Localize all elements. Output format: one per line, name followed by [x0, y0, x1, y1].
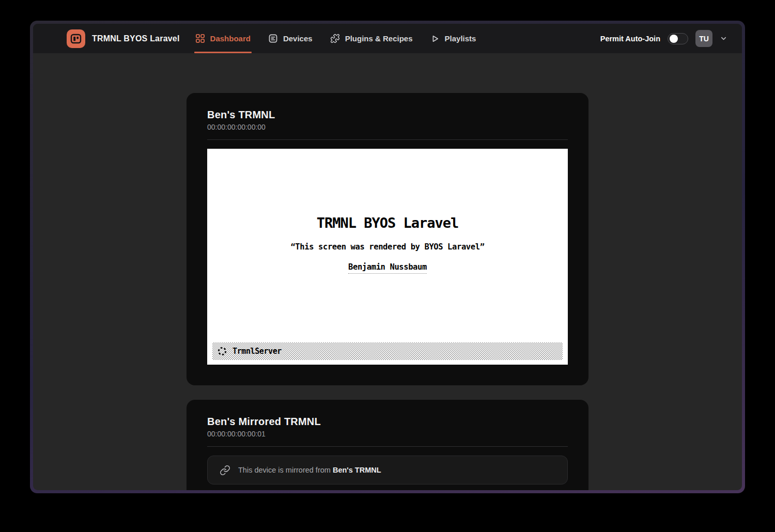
tab-devices-label: Devices — [283, 34, 313, 43]
tab-plugins-recipes[interactable]: Plugins & Recipes — [330, 24, 413, 53]
tab-plugins-recipes-label: Plugins & Recipes — [345, 34, 413, 43]
brand[interactable]: TRMNL BYOS Laravel — [67, 24, 180, 53]
card-divider — [207, 446, 568, 447]
card-divider — [207, 139, 568, 140]
screen-status-label: TrmnlServer — [233, 347, 282, 356]
device-name: Ben's TRMNL — [207, 109, 568, 121]
dashboard-content: Ben's TRMNL 00:00:00:00:00:00 TRMNL BYOS… — [33, 53, 742, 490]
device-mac-address: 00:00:00:00:00:00 — [207, 123, 568, 131]
play-icon — [430, 34, 440, 43]
device-card-bens-mirrored-trmnl: Ben's Mirrored TRMNL 00:00:00:00:00:01 T… — [187, 400, 588, 490]
app-window-inner: TRMNL BYOS Laravel Dashboard — [33, 24, 742, 490]
active-tab-indicator — [194, 52, 252, 53]
screen-title: TRMNL BYOS Laravel — [207, 149, 568, 231]
mirror-notice-prefix: This device is mirrored from — [238, 466, 331, 474]
chevron-down-icon[interactable] — [720, 35, 727, 42]
trmnl-device-icon — [67, 29, 85, 48]
spinner-icon — [217, 346, 227, 356]
device-card-bens-trmnl: Ben's TRMNL 00:00:00:00:00:00 TRMNL BYOS… — [187, 93, 588, 385]
tab-dashboard-label: Dashboard — [210, 34, 251, 43]
tab-playlists[interactable]: Playlists — [430, 24, 476, 53]
puzzle-icon — [330, 34, 340, 43]
user-avatar[interactable]: TU — [695, 30, 712, 47]
primary-nav: Dashboard Devices — [195, 24, 476, 53]
app-window: TRMNL BYOS Laravel Dashboard — [30, 21, 745, 493]
device-name: Ben's Mirrored TRMNL — [207, 416, 568, 428]
screen-quote: “This screen was rendered by BYOS Larave… — [207, 242, 568, 252]
device-list-icon — [268, 34, 278, 43]
tab-devices[interactable]: Devices — [268, 24, 313, 53]
eink-screen-preview: TRMNL BYOS Laravel “This screen was rend… — [207, 149, 568, 365]
mirror-notice: This device is mirrored from Ben's TRMNL — [207, 456, 568, 484]
navbar-right: Permit Auto-Join TU — [600, 24, 727, 53]
brand-title: TRMNL BYOS Laravel — [92, 34, 180, 43]
device-mac-address: 00:00:00:00:00:01 — [207, 430, 568, 438]
top-navbar: TRMNL BYOS Laravel Dashboard — [33, 24, 742, 53]
mirror-notice-text: This device is mirrored from Ben's TRMNL — [238, 466, 381, 474]
mirror-source-device: Ben's TRMNL — [333, 466, 381, 474]
tab-playlists-label: Playlists — [445, 34, 476, 43]
toggle-knob — [670, 35, 678, 43]
permit-auto-join-toggle[interactable] — [668, 33, 688, 44]
grid-icon — [195, 34, 205, 43]
tab-dashboard[interactable]: Dashboard — [195, 24, 251, 53]
screen-author: Benjamin Nussbaum — [348, 262, 427, 274]
permit-auto-join-label: Permit Auto-Join — [600, 35, 660, 43]
link-icon — [220, 465, 230, 476]
screen-status-bar: TrmnlServer — [212, 342, 563, 360]
